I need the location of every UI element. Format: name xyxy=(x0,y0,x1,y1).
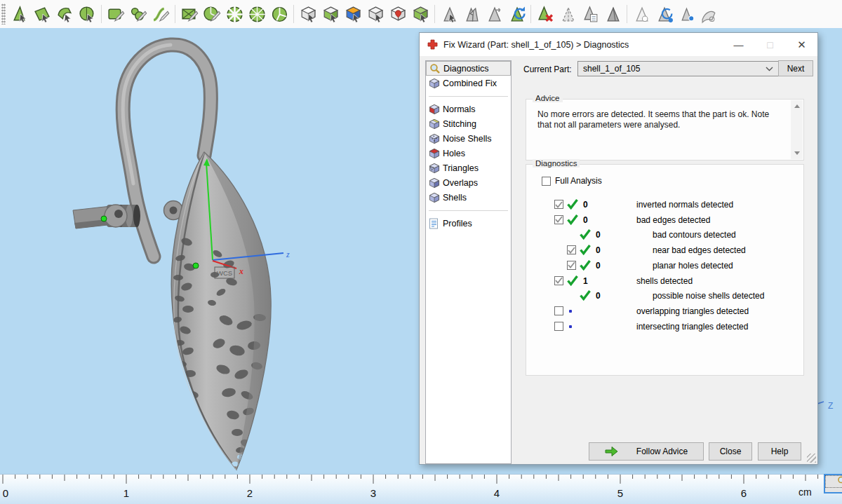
cube-select-orange-tool-icon[interactable] xyxy=(342,4,363,25)
select-plane-tool-icon[interactable] xyxy=(32,4,53,25)
green-check-icon xyxy=(580,229,591,242)
document-icon xyxy=(429,218,441,229)
row-checkbox[interactable] xyxy=(554,306,563,315)
mark-brush-tool-icon[interactable] xyxy=(128,4,149,25)
scroll-up-icon[interactable] xyxy=(791,100,803,112)
svg-text:WCS: WCS xyxy=(217,269,232,277)
svg-text:4: 4 xyxy=(494,487,500,499)
nav-separator xyxy=(426,90,511,102)
mark-pie-tool-icon[interactable] xyxy=(201,4,222,25)
row-checkbox[interactable] xyxy=(554,215,563,224)
dialog-titlebar[interactable]: Fix Wizard (Part: shell_1_of_105) > Diag… xyxy=(420,33,817,56)
update-button[interactable]: Update xyxy=(824,474,842,493)
row-checkbox[interactable] xyxy=(554,276,563,285)
nav-item-shells[interactable]: Shells xyxy=(426,190,511,205)
cube-yellow-icon xyxy=(429,118,441,130)
detect-label: near bad edges detected xyxy=(653,245,746,255)
nav-item-combined-fix[interactable]: Combined Fix xyxy=(426,76,511,90)
cube-select-white-tool-icon[interactable] xyxy=(298,4,319,25)
detect-label: intersecting triangles detected xyxy=(636,322,748,332)
fix-wizard-cross-icon xyxy=(427,39,438,50)
triangle-recycle-tool-icon[interactable] xyxy=(506,4,527,25)
cube-solid-tool-icon[interactable] xyxy=(410,4,431,25)
toolbar-separator xyxy=(627,5,627,23)
advice-scrollbar[interactable] xyxy=(791,100,803,159)
update-magnifier-icon xyxy=(837,476,842,488)
nav-item-triangles[interactable]: Triangles xyxy=(426,161,511,175)
triangle-divide-tool-icon[interactable] xyxy=(557,4,578,25)
clasp-part xyxy=(73,205,140,229)
svg-text:Z: Z xyxy=(828,401,833,411)
diagnostic-row-overlapping-triangles-detected: overlapping triangles detected xyxy=(526,304,803,318)
cube-mark-tool-icon[interactable] xyxy=(387,4,408,25)
cube-select-green-tool-icon[interactable] xyxy=(320,4,341,25)
triangle-copy-tool-icon[interactable] xyxy=(580,4,601,25)
full-analysis-checkbox[interactable] xyxy=(542,177,551,186)
mark-sector-tool-icon[interactable] xyxy=(269,4,290,25)
detect-count: 0 xyxy=(583,200,588,210)
row-checkbox[interactable] xyxy=(567,261,576,270)
nav-item-profiles[interactable]: Profiles xyxy=(426,216,511,231)
row-checkbox[interactable] xyxy=(554,322,563,331)
row-checkbox[interactable] xyxy=(554,200,563,209)
select-surface-tool-icon[interactable] xyxy=(54,4,75,25)
maximize-button[interactable]: □ xyxy=(754,33,786,56)
triangle-update-tool-icon[interactable] xyxy=(653,4,674,25)
mark-pinwheel-tool-icon[interactable] xyxy=(224,4,245,25)
advice-text: No more errors are detected. It seems th… xyxy=(537,109,776,130)
triangle-detect-tool-icon[interactable] xyxy=(631,4,652,25)
green-check-icon xyxy=(580,290,591,303)
triangle-tear-tool-icon[interactable] xyxy=(461,4,482,25)
nav-item-normals[interactable]: Normals xyxy=(426,102,511,116)
dialog-title: Fix Wizard (Part: shell_1_of_105) > Diag… xyxy=(443,40,629,50)
row-checkbox[interactable] xyxy=(567,245,576,254)
nav-item-noise-shells[interactable]: Noise Shells xyxy=(426,131,511,146)
current-part-dropdown[interactable]: shell_1_of_105 xyxy=(577,61,779,76)
nav-item-diagnostics[interactable]: Diagnostics xyxy=(426,61,511,76)
nav-item-holes[interactable]: Holes xyxy=(426,146,511,161)
mark-wheel-tool-icon[interactable] xyxy=(246,4,267,25)
minimize-button[interactable]: — xyxy=(723,33,754,56)
chevron-down-icon xyxy=(766,64,773,74)
select-triangles-tool-icon[interactable] xyxy=(9,4,30,25)
ruler-scale: 0123456cm xyxy=(0,475,842,504)
triangle-flip-tool-icon[interactable] xyxy=(483,4,504,25)
detect-label: bad edges detected xyxy=(636,215,710,225)
close-button[interactable]: ✕ xyxy=(786,33,817,56)
select-shell-tool-icon[interactable] xyxy=(76,4,98,25)
mark-window-tool-icon[interactable] xyxy=(179,4,200,25)
green-arrow-icon xyxy=(605,446,618,457)
blue-dot-icon xyxy=(569,325,572,328)
detect-count: 0 xyxy=(596,291,601,301)
svg-text:6: 6 xyxy=(741,487,747,499)
toolbar-separator xyxy=(175,5,175,23)
triangle-region-tool-icon[interactable] xyxy=(698,4,719,25)
mark-rectangle-tool-icon[interactable] xyxy=(105,4,126,25)
nav-separator xyxy=(426,205,511,216)
horizontal-ruler: 0123456cm xyxy=(0,474,842,504)
resize-grip[interactable] xyxy=(807,454,816,463)
current-part-label: Current Part: xyxy=(523,64,572,74)
triangle-fill-tool-icon[interactable] xyxy=(602,4,623,25)
triangle-point-tool-icon[interactable] xyxy=(676,4,697,25)
scroll-down-icon[interactable] xyxy=(791,147,803,159)
svg-text:z: z xyxy=(286,250,290,259)
close-dialog-button[interactable]: Close xyxy=(709,442,752,461)
detect-count: 0 xyxy=(596,230,601,240)
next-button[interactable]: Next xyxy=(778,60,813,76)
diagnostic-row-intersecting-triangles-detected: intersecting triangles detected xyxy=(526,320,803,334)
triangle-select-tool-icon[interactable] xyxy=(439,4,460,25)
help-button[interactable]: Help xyxy=(758,442,801,461)
nav-item-stitching[interactable]: Stitching xyxy=(426,116,511,131)
detect-count: 0 xyxy=(583,215,588,225)
nav-item-overlaps[interactable]: Overlaps xyxy=(426,175,511,190)
advice-groupbox: Advice No more errors are detected. It s… xyxy=(526,99,804,161)
cube-red-top-icon xyxy=(429,148,441,159)
mark-curve-tool-icon[interactable] xyxy=(150,4,171,25)
cube-select-disabled-tool-icon[interactable] xyxy=(365,4,386,25)
triangle-delete-tool-icon[interactable] xyxy=(535,4,556,25)
follow-advice-button[interactable]: Follow Advice xyxy=(589,442,704,461)
full-analysis-checkbox-row[interactable]: Full Analysis xyxy=(537,176,602,186)
toolbar-drag-handle-icon[interactable] xyxy=(1,4,6,25)
svg-text:cm: cm xyxy=(798,486,812,498)
